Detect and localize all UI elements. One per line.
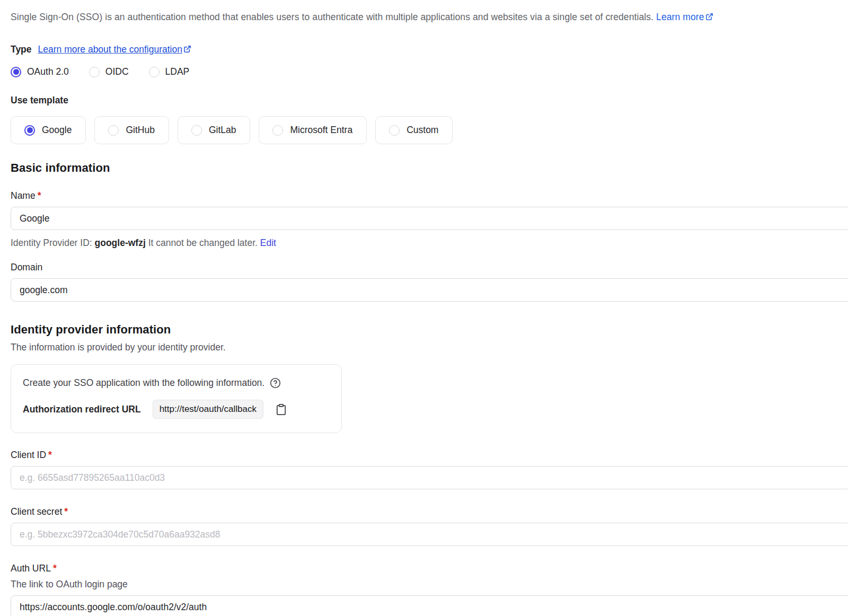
required-asterisk: *: [53, 563, 57, 574]
client-secret-input[interactable]: [11, 523, 848, 546]
client-id-label-text: Client ID: [11, 450, 46, 460]
type-radio-group: OAuth 2.0 OIDC LDAP: [11, 66, 848, 77]
edit-idp-id-link[interactable]: Edit: [260, 237, 276, 248]
required-asterisk: *: [38, 190, 41, 201]
name-input[interactable]: [11, 207, 848, 230]
client-id-field-label: Client ID*: [11, 450, 848, 461]
sso-description: Single Sign-On (SSO) is an authenticatio…: [11, 12, 848, 23]
client-secret-label-text: Client secret: [11, 506, 62, 517]
required-asterisk: *: [64, 506, 68, 517]
radio-unselected-icon: [272, 125, 283, 136]
sso-application-callout: Create your SSO application with the fol…: [11, 364, 342, 433]
name-label-text: Name: [11, 190, 36, 201]
radio-unselected-icon: [89, 67, 100, 77]
domain-input[interactable]: [11, 278, 848, 302]
radio-oauth2-label: OAuth 2.0: [27, 66, 69, 77]
template-google-label: Google: [42, 125, 72, 136]
help-icon[interactable]: [270, 377, 281, 389]
type-label: Type: [11, 44, 32, 55]
template-card-gitlab[interactable]: GitLab: [178, 116, 251, 144]
authorization-redirect-row: Authorization redirect URL http://test/o…: [23, 400, 330, 419]
auth-url-input[interactable]: [11, 595, 848, 616]
radio-ldap[interactable]: LDAP: [149, 66, 190, 77]
idp-note-suffix: It cannot be changed later.: [148, 237, 258, 248]
callout-instruction-text: Create your SSO application with the fol…: [23, 377, 264, 389]
radio-unselected-icon: [389, 125, 400, 136]
radio-selected-icon: [11, 67, 21, 77]
template-entra-label: Microsoft Entra: [290, 125, 352, 136]
sso-description-text: Single Sign-On (SSO) is an authenticatio…: [11, 12, 653, 22]
learn-more-label: Learn more: [656, 12, 704, 22]
auth-url-helper-text: The link to OAuth login page: [11, 579, 848, 590]
learn-more-link[interactable]: Learn more: [656, 12, 713, 22]
external-link-icon: [183, 45, 191, 53]
configuration-docs-link[interactable]: Learn more about the configuration: [38, 44, 191, 55]
name-field-label: Name*: [11, 190, 848, 201]
configuration-docs-label: Learn more about the configuration: [38, 44, 182, 55]
idp-information-subtitle: The information is provided by your iden…: [11, 342, 848, 353]
sso-settings-page: Single Sign-On (SSO) is an authenticatio…: [0, 0, 848, 616]
template-card-microsoft-entra[interactable]: Microsoft Entra: [259, 116, 367, 144]
auth-url-field-label: Auth URL*: [11, 563, 848, 574]
radio-unselected-icon: [191, 125, 202, 136]
radio-unselected-icon: [108, 125, 119, 136]
required-asterisk: *: [48, 450, 52, 460]
idp-note-prefix: Identity Provider ID:: [11, 237, 92, 248]
callout-instruction: Create your SSO application with the fol…: [23, 377, 330, 389]
template-gitlab-label: GitLab: [209, 125, 236, 136]
template-card-github[interactable]: GitHub: [94, 116, 169, 144]
external-link-icon: [705, 13, 713, 21]
identity-provider-id-note: Identity Provider ID: google-wfzj It can…: [11, 237, 848, 249]
template-card-group: Google GitHub GitLab Microsoft Entra Cus…: [11, 116, 848, 144]
radio-oauth2[interactable]: OAuth 2.0: [11, 66, 69, 77]
template-card-google[interactable]: Google: [11, 116, 86, 144]
radio-ldap-label: LDAP: [165, 66, 190, 77]
client-secret-field-label: Client secret*: [11, 506, 848, 517]
template-github-label: GitHub: [126, 125, 154, 136]
radio-unselected-icon: [149, 67, 160, 77]
domain-field-label: Domain: [11, 262, 848, 273]
copy-icon[interactable]: [275, 403, 287, 416]
idp-id-value: google-wfzj: [95, 237, 146, 248]
radio-oidc[interactable]: OIDC: [89, 66, 129, 77]
template-custom-label: Custom: [407, 125, 438, 136]
auth-url-label-text: Auth URL: [11, 563, 51, 574]
radio-selected-icon: [24, 125, 35, 136]
basic-information-heading: Basic information: [11, 161, 848, 175]
authorization-redirect-url-value: http://test/oauth/callback: [153, 400, 263, 419]
use-template-label: Use template: [11, 95, 848, 106]
client-id-input[interactable]: [11, 466, 848, 489]
type-section-header: Type Learn more about the configuration: [11, 44, 848, 55]
template-card-custom[interactable]: Custom: [375, 116, 453, 144]
idp-information-heading: Identity provider information: [11, 323, 848, 337]
authorization-redirect-label: Authorization redirect URL: [23, 404, 141, 415]
radio-oidc-label: OIDC: [105, 66, 129, 77]
